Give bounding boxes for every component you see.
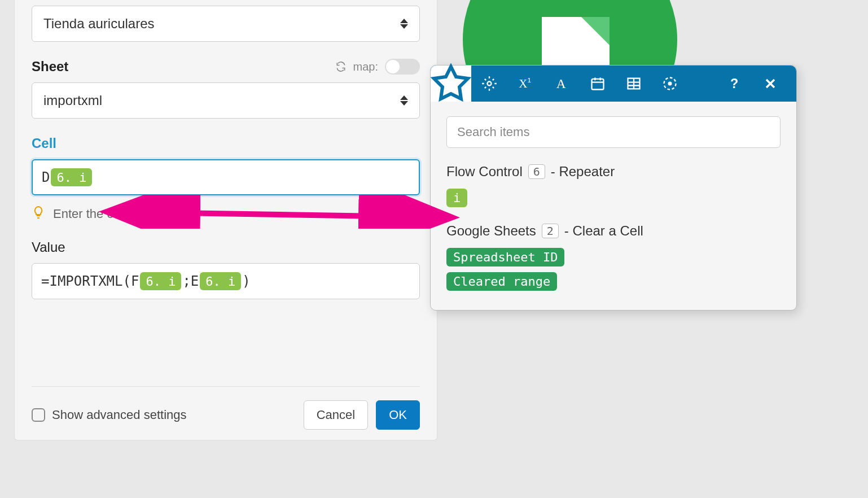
group2-num: 2 <box>542 224 559 238</box>
footer-row: Show advanced settings Cancel OK <box>32 386 420 430</box>
cell-hint: Enter the cell ID. e.g. D3 <box>32 206 420 222</box>
spreadsheet-select[interactable]: Tienda auriculares <box>32 6 420 42</box>
tab-date[interactable] <box>580 65 616 102</box>
svg-text:X: X <box>519 77 527 90</box>
chevron-updown-icon <box>400 19 408 29</box>
tab-array[interactable] <box>616 65 652 102</box>
variable-cleared-range[interactable]: Cleared range <box>446 272 557 291</box>
module-config-panel: Tienda auriculares Sheet map: importxml … <box>14 0 437 440</box>
value-text-2: ;E <box>182 273 199 289</box>
map-toggle-group: map: <box>335 59 420 75</box>
sheet-label-row: Sheet map: <box>32 59 420 75</box>
svg-text:1: 1 <box>528 76 531 84</box>
svg-point-7 <box>668 82 672 86</box>
value-input[interactable]: =IMPORTXML(F 6. i ;E 6. i ) <box>32 263 420 299</box>
group2-items: Spreadsheet ID <box>446 248 781 267</box>
help-icon[interactable]: ? <box>716 65 752 102</box>
group-google-sheets: Google Sheets 2 - Clear a Cell <box>446 223 781 239</box>
cancel-button[interactable]: Cancel <box>304 400 368 430</box>
tab-math[interactable]: X1 <box>507 65 543 102</box>
lightbulb-icon <box>32 206 45 222</box>
picker-body: Search items Flow Control 6 - Repeater i… <box>431 102 796 310</box>
value-pill-2[interactable]: 6. i <box>200 272 241 290</box>
sheet-select[interactable]: importxml <box>32 82 420 119</box>
tab-general[interactable] <box>471 65 507 102</box>
cell-prefix: D <box>42 169 50 185</box>
advanced-settings-label: Show advanced settings <box>52 408 187 422</box>
map-label: map: <box>353 60 378 73</box>
cell-hint-text: Enter the cell ID. e.g. <box>53 207 169 221</box>
tab-favorites[interactable] <box>431 65 471 102</box>
cell-variable-pill[interactable]: 6. i <box>51 168 92 186</box>
ok-button[interactable]: OK <box>376 400 420 430</box>
sheet-value: importxml <box>43 93 102 108</box>
svg-text:?: ? <box>730 76 738 91</box>
group1-suffix: - Repeater <box>551 164 615 180</box>
group1-num: 6 <box>528 164 545 179</box>
cell-input[interactable]: D 6. i <box>32 159 420 195</box>
group2-name: Google Sheets <box>446 223 536 239</box>
group2-items-2: Cleared range <box>446 272 781 291</box>
picker-tabbar: X1 A ? <box>431 65 796 102</box>
variable-spreadsheet-id[interactable]: Spreadsheet ID <box>446 248 564 267</box>
refresh-icon[interactable] <box>335 61 347 72</box>
cell-label: Cell <box>32 136 420 151</box>
checkbox-icon <box>32 408 45 422</box>
variable-i[interactable]: i <box>446 189 467 207</box>
close-icon[interactable] <box>752 65 788 102</box>
group1-name: Flow Control <box>446 164 523 180</box>
svg-point-0 <box>488 82 492 86</box>
group-flow-control: Flow Control 6 - Repeater <box>446 164 781 180</box>
variable-picker-panel: X1 A ? Search items Flow Control 6 - Rep… <box>430 65 797 311</box>
value-pill-1[interactable]: 6. i <box>140 272 181 290</box>
advanced-settings-checkbox[interactable]: Show advanced settings <box>32 408 187 422</box>
svg-rect-4 <box>592 79 604 90</box>
tab-text[interactable]: A <box>543 65 580 102</box>
sheet-label: Sheet <box>32 59 68 75</box>
value-text-3: ) <box>242 273 250 289</box>
map-toggle[interactable] <box>385 59 420 75</box>
value-label: Value <box>32 239 420 255</box>
chevron-updown-icon <box>400 95 408 106</box>
module-logo-fold <box>581 17 610 45</box>
button-group: Cancel OK <box>304 400 420 430</box>
search-input[interactable]: Search items <box>446 116 781 148</box>
group2-suffix: - Clear a Cell <box>564 223 643 239</box>
cell-hint-example: D3 <box>177 207 192 221</box>
value-text-1: =IMPORTXML(F <box>41 273 139 289</box>
search-placeholder: Search items <box>457 125 529 139</box>
svg-text:A: A <box>556 76 566 91</box>
spreadsheet-value: Tienda auriculares <box>43 16 155 32</box>
tab-functions[interactable] <box>652 65 688 102</box>
module-logo-doc <box>542 17 610 68</box>
group1-items: i <box>446 189 781 207</box>
